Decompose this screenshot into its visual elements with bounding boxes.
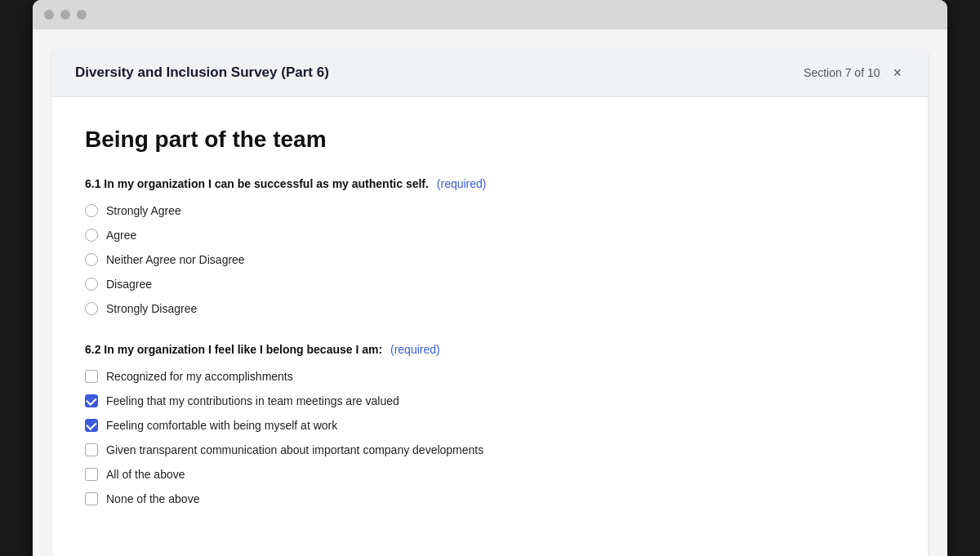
radio-group-6-1: Strongly Agree Agree Neither Agree nor D… [85, 204, 895, 315]
option-label-strongly-disagree: Strongly Disagree [106, 302, 197, 315]
checkbox-option-contributions[interactable]: Feeling that my contributions in team me… [85, 394, 895, 407]
option-label-strongly-agree: Strongly Agree [106, 204, 181, 217]
option-label-transparent: Given transparent communication about im… [106, 443, 483, 456]
required-tag-6-2: (required) [390, 343, 440, 356]
checkbox-option-comfortable[interactable]: Feeling comfortable with being myself at… [85, 419, 895, 432]
checkbox-comfortable[interactable] [85, 419, 98, 432]
option-label-comfortable: Feeling comfortable with being myself at… [106, 419, 337, 432]
radio-neither[interactable] [85, 253, 98, 266]
checkbox-contributions[interactable] [85, 394, 98, 407]
option-label-all: All of the above [106, 468, 185, 481]
radio-agree[interactable] [85, 229, 98, 242]
survey-header: Diversity and Inclusion Survey (Part 6) … [52, 49, 928, 97]
radio-disagree[interactable] [85, 278, 98, 291]
question-block-6-2: 6.2 In my organization I feel like I bel… [85, 341, 895, 505]
checkbox-none[interactable] [85, 492, 98, 505]
survey-title: Diversity and Inclusion Survey (Part 6) [75, 64, 329, 81]
question-block-6-1: 6.1 In my organization I can be successf… [85, 176, 895, 315]
radio-option-neither[interactable]: Neither Agree nor Disagree [85, 253, 895, 266]
checkbox-option-transparent[interactable]: Given transparent communication about im… [85, 443, 895, 456]
checkbox-transparent[interactable] [85, 443, 98, 456]
question-label-6-2: 6.2 In my organization I feel like I bel… [85, 341, 895, 358]
radio-strongly-disagree[interactable] [85, 302, 98, 315]
question-label-6-1: 6.1 In my organization I can be successf… [85, 176, 895, 193]
section-heading: Being part of the team [85, 127, 895, 153]
survey-section-info: Section 7 of 10 × [804, 64, 905, 82]
option-label-neither: Neither Agree nor Disagree [106, 253, 245, 266]
radio-strongly-agree[interactable] [85, 204, 98, 217]
checkbox-option-all[interactable]: All of the above [85, 468, 895, 481]
browser-dot-red [44, 10, 54, 20]
option-label-contributions: Feeling that my contributions in team me… [106, 394, 399, 407]
survey-container: Diversity and Inclusion Survey (Part 6) … [52, 49, 928, 556]
option-label-disagree: Disagree [106, 278, 152, 291]
checkbox-group-6-2: Recognized for my accomplishments Feelin… [85, 370, 895, 505]
browser-window: Diversity and Inclusion Survey (Part 6) … [33, 0, 947, 556]
required-tag-6-1: (required) [437, 177, 487, 190]
survey-body: Being part of the team 6.1 In my organiz… [52, 97, 928, 556]
browser-content: Diversity and Inclusion Survey (Part 6) … [33, 29, 947, 556]
section-indicator: Section 7 of 10 [804, 66, 880, 79]
checkbox-all[interactable] [85, 468, 98, 481]
browser-dot-yellow [60, 10, 70, 20]
option-label-none: None of the above [106, 492, 199, 505]
option-label-agree: Agree [106, 229, 136, 242]
radio-option-strongly-disagree[interactable]: Strongly Disagree [85, 302, 895, 315]
checkbox-option-none[interactable]: None of the above [85, 492, 895, 505]
radio-option-disagree[interactable]: Disagree [85, 278, 895, 291]
option-label-recognized: Recognized for my accomplishments [106, 370, 293, 383]
checkbox-option-recognized[interactable]: Recognized for my accomplishments [85, 370, 895, 383]
radio-option-agree[interactable]: Agree [85, 229, 895, 242]
browser-chrome [33, 0, 947, 29]
checkbox-recognized[interactable] [85, 370, 98, 383]
close-button[interactable]: × [889, 64, 905, 82]
browser-dot-green [77, 10, 87, 20]
radio-option-strongly-agree[interactable]: Strongly Agree [85, 204, 895, 217]
